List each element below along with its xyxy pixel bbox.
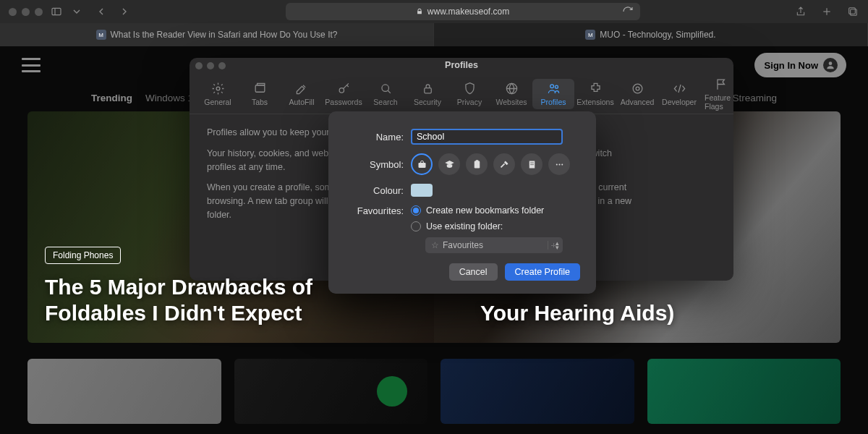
- radio-icon: [411, 221, 421, 231]
- svg-rect-13: [424, 88, 431, 93]
- minimize-window[interactable]: [22, 8, 30, 16]
- close-window[interactable]: [9, 8, 17, 16]
- svg-rect-19: [418, 163, 425, 168]
- create-profile-dialog: Name: Symbol: Colour: Favourites: Create…: [328, 111, 596, 294]
- building-icon[interactable]: [521, 153, 542, 175]
- svg-rect-0: [52, 8, 61, 14]
- tab-feature-flags[interactable]: Feature Flags: [700, 75, 733, 114]
- radio-icon: [411, 205, 421, 216]
- svg-rect-5: [849, 8, 856, 14]
- tab-privacy[interactable]: Privacy: [448, 79, 490, 109]
- tab-bar: M What Is the Reader View in Safari and …: [0, 23, 868, 46]
- svg-point-29: [561, 163, 563, 165]
- tab-search[interactable]: Search: [365, 79, 407, 109]
- svg-rect-22: [529, 161, 535, 168]
- window-controls: [9, 8, 43, 16]
- tab-advanced[interactable]: Advanced: [616, 79, 658, 109]
- svg-point-17: [636, 87, 639, 90]
- tab-tabs[interactable]: Tabs: [239, 79, 281, 109]
- svg-rect-4: [851, 9, 857, 16]
- tab-security[interactable]: Security: [407, 79, 448, 109]
- svg-point-15: [550, 84, 553, 88]
- category-tag: Folding Phones: [45, 247, 121, 264]
- share-icon[interactable]: [794, 5, 807, 18]
- tab-title: What Is the Reader View in Safari and Ho…: [111, 30, 338, 40]
- svg-rect-8: [255, 85, 265, 92]
- tab-title: MUO - Technology, Simplified.: [600, 30, 715, 40]
- tab-autofill[interactable]: AutoFill: [281, 79, 323, 109]
- forward-icon[interactable]: [118, 5, 131, 18]
- browser-tab[interactable]: M What Is the Reader View in Safari and …: [0, 23, 434, 46]
- svg-point-11: [381, 84, 388, 91]
- svg-point-7: [216, 87, 220, 90]
- favicon-icon: M: [96, 30, 106, 40]
- tab-general[interactable]: General: [197, 79, 239, 109]
- svg-rect-21: [475, 160, 478, 162]
- back-icon[interactable]: [95, 5, 108, 18]
- settings-tabbar: General Tabs AutoFill Passwords Search S…: [190, 74, 733, 114]
- hero-title: The 5 Major Drawbacks of Foldables I Did…: [45, 274, 395, 326]
- svg-rect-23: [530, 162, 531, 163]
- favourites-label: Favourites:: [344, 205, 411, 216]
- svg-point-18: [633, 84, 642, 93]
- svg-line-12: [388, 90, 391, 93]
- hero-title: Your Hearing Aids): [480, 300, 830, 326]
- favourites-create-option[interactable]: Create new bookmarks folder: [411, 205, 580, 216]
- settings-titlebar: Profiles: [190, 58, 733, 74]
- more-icon[interactable]: [548, 153, 570, 175]
- svg-point-16: [555, 85, 558, 88]
- briefcase-icon[interactable]: [411, 153, 433, 175]
- settings-title: Profiles: [190, 60, 733, 70]
- symbol-picker: [411, 153, 580, 175]
- name-label: Name:: [344, 132, 411, 142]
- favourites-existing-option[interactable]: Use existing folder:: [411, 221, 580, 231]
- tab-extensions[interactable]: Extensions: [574, 79, 616, 109]
- symbol-label: Symbol:: [344, 159, 411, 170]
- svg-rect-24: [532, 162, 533, 163]
- tab-passwords[interactable]: Passwords: [323, 79, 365, 109]
- new-tab-icon[interactable]: [820, 5, 833, 18]
- svg-rect-20: [474, 161, 480, 168]
- svg-point-28: [558, 163, 560, 165]
- lock-icon: [416, 8, 423, 15]
- chevron-down-icon[interactable]: [70, 5, 83, 18]
- tab-developer[interactable]: Developer: [658, 79, 700, 109]
- tab-websites[interactable]: Websites: [490, 79, 532, 109]
- sidebar-toggle-icon[interactable]: [50, 5, 63, 18]
- create-profile-button[interactable]: Create Profile: [505, 263, 580, 281]
- colour-label: Colour:: [344, 185, 411, 196]
- tab-profiles[interactable]: Profiles: [532, 79, 574, 109]
- tab-overview-icon[interactable]: [846, 5, 859, 18]
- url-text: www.makeuseof.com: [427, 7, 509, 17]
- maximize-window[interactable]: [35, 8, 43, 16]
- browser-tab[interactable]: M MUO - Technology, Simplified.: [434, 23, 868, 46]
- svg-point-27: [556, 163, 557, 165]
- profile-name-input[interactable]: [411, 129, 563, 145]
- graduation-icon[interactable]: [438, 153, 460, 175]
- svg-rect-26: [532, 163, 533, 164]
- svg-rect-25: [530, 163, 531, 164]
- reload-icon[interactable]: [621, 5, 634, 18]
- hammer-icon[interactable]: [493, 153, 515, 175]
- folder-dropdown[interactable]: ☆ Favourites ▴▾: [425, 237, 563, 253]
- address-bar[interactable]: www.makeuseof.com: [286, 3, 640, 20]
- chevron-updown-icon: ▴▾: [556, 241, 558, 250]
- svg-rect-9: [257, 83, 264, 85]
- browser-toolbar: www.makeuseof.com: [0, 0, 868, 23]
- star-icon: ☆: [431, 240, 439, 250]
- clipboard-icon[interactable]: [466, 153, 488, 175]
- favicon-icon: M: [585, 30, 595, 40]
- colour-picker[interactable]: [411, 184, 433, 197]
- cancel-button[interactable]: Cancel: [449, 263, 498, 281]
